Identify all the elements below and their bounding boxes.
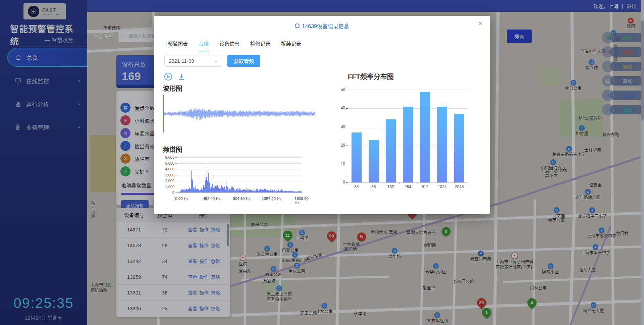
device-record-modal: 14639设备记录信息 × 预警图表音频设备信息检修记录拆装记录 2021-11… <box>154 16 490 214</box>
date-select-value: 2021-11-09 <box>169 58 194 64</box>
fft-y-tick: 50 <box>341 87 345 92</box>
waveform-title: 波形图 <box>163 84 182 93</box>
fft-y-tick: 30 <box>341 124 345 129</box>
fft-x-tick: 512 <box>422 184 428 189</box>
fft-x-tick: 33 <box>354 184 359 189</box>
spectrum-x-tick: 0.00 Hz <box>175 197 189 201</box>
waveform-chart <box>163 95 315 132</box>
fft-x-tick: 2048 <box>455 184 464 189</box>
fft-chart-title: FFT频率分布图 <box>348 71 394 81</box>
tab-预警图表[interactable]: 预警图表 <box>168 40 188 47</box>
ring-icon <box>295 23 300 28</box>
spectrum-x-tick: 1357.20 Hz <box>262 197 281 201</box>
date-select[interactable]: 2021-11-09 ⌄ <box>164 55 222 67</box>
fetch-audio-button[interactable]: 获取音频 <box>227 55 260 67</box>
download-icon[interactable] <box>177 73 185 81</box>
fft-bar-264[interactable] <box>403 107 413 182</box>
fft-y-tick: 10 <box>341 161 345 166</box>
fft-bar-33[interactable] <box>352 132 362 182</box>
fft-x-tick: 132 <box>387 184 394 189</box>
tab-检修记录[interactable]: 检修记录 <box>250 40 270 47</box>
tab-拆装记录[interactable]: 拆装记录 <box>281 40 301 47</box>
modal-tabs: 预警图表音频设备信息检修记录拆装记录 <box>168 40 378 51</box>
spectrum-y-tick: 0 <box>161 191 174 195</box>
app-root: 南京西路+医院◻米丘林公寓◻巴黎公寓复兴公园◻丰裕里翠湖天地·嘉苑翠湖天地隽荟苑… <box>0 0 644 325</box>
fft-y-tick: 20 <box>341 143 345 148</box>
spectrum-x-tick: 1809.60 Hz <box>294 197 309 205</box>
fft-x-tick: 264 <box>405 184 411 189</box>
fft-bar-chart: 01020304050336613226451210242048 <box>348 90 468 182</box>
fft-bar-66[interactable] <box>369 140 379 182</box>
fft-x-tick: 66 <box>371 184 376 189</box>
spectrum-x-tick: 452.40 Hz <box>203 197 220 201</box>
spectrum-y-tick: 2,000 <box>161 179 174 183</box>
tab-设备信息[interactable]: 设备信息 <box>219 40 239 47</box>
fft-x-tick: 1024 <box>438 184 447 189</box>
fft-bar-2048[interactable] <box>454 114 464 182</box>
spectrum-y-tick: 4,000 <box>161 167 174 171</box>
spectrum-x-tick: 904.80 Hz <box>233 197 250 201</box>
spectrum-y-tick: 3,000 <box>161 173 174 177</box>
fft-bar-132[interactable] <box>386 119 396 182</box>
spectrum-y-tick: 5,000 <box>161 161 174 165</box>
close-icon[interactable]: × <box>478 19 482 28</box>
fft-bar-1024[interactable] <box>437 107 447 182</box>
spectrum-y-tick: 1,000 <box>161 185 174 189</box>
tab-音频[interactable]: 音频 <box>199 40 209 47</box>
spectrum-y-tick: 6,000 <box>161 155 174 159</box>
play-icon[interactable] <box>164 72 173 81</box>
fft-y-tick: 40 <box>341 106 345 110</box>
spectrum-title: 频谱图 <box>163 145 182 154</box>
modal-title: 14639设备记录信息 <box>154 22 490 30</box>
modal-title-text: 14639设备记录信息 <box>302 22 349 30</box>
fft-bar-512[interactable] <box>420 92 430 182</box>
chevron-down-icon: ⌄ <box>214 58 218 63</box>
fft-y-tick: 0 <box>343 180 345 184</box>
